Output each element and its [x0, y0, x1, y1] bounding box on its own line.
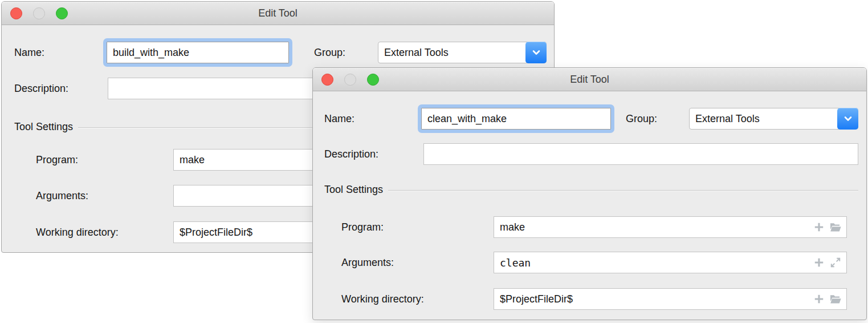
arguments-value: clean: [500, 257, 813, 269]
arguments-label: Arguments:: [341, 252, 394, 273]
window-title: Edit Tool: [2, 2, 554, 25]
zoom-button[interactable]: [367, 74, 379, 86]
insert-macro-plus-icon[interactable]: [813, 293, 825, 305]
working-directory-label: Working directory:: [341, 288, 424, 310]
tool-settings-label: Tool Settings: [324, 184, 383, 196]
insert-macro-plus-icon[interactable]: [813, 256, 825, 269]
name-input[interactable]: clean_with_make: [421, 108, 611, 130]
group-selected-value: External Tools: [695, 108, 834, 129]
insert-macro-plus-icon[interactable]: [813, 221, 825, 233]
name-label: Name:: [324, 108, 354, 130]
tool-settings-section: Tool Settings: [324, 182, 858, 197]
group-label: Group:: [626, 108, 657, 130]
group-select[interactable]: External Tools: [378, 42, 547, 63]
description-label: Description:: [324, 143, 378, 165]
group-label: Group:: [314, 42, 345, 63]
description-input[interactable]: [423, 143, 858, 165]
name-input-focus-ring: clean_with_make: [418, 104, 614, 133]
name-input[interactable]: build_with_make: [107, 42, 289, 63]
program-input[interactable]: make: [494, 216, 847, 238]
close-button[interactable]: [10, 7, 22, 19]
group-select[interactable]: External Tools: [689, 108, 858, 130]
minimize-button: [33, 7, 45, 19]
group-selected-value: External Tools: [384, 42, 522, 63]
open-folder-icon[interactable]: [829, 221, 842, 233]
program-label: Program:: [341, 216, 384, 238]
expand-field-icon[interactable]: [829, 256, 842, 269]
traffic-lights: [10, 2, 68, 25]
working-directory-value: $ProjectFileDir$: [500, 293, 813, 305]
titlebar[interactable]: Edit Tool: [2, 2, 554, 25]
open-folder-icon[interactable]: [829, 293, 842, 305]
program-label: Program:: [36, 149, 78, 171]
titlebar[interactable]: Edit Tool: [313, 68, 866, 91]
arguments-input[interactable]: clean: [494, 252, 847, 273]
group-dropdown-button[interactable]: [837, 108, 858, 130]
working-directory-label: Working directory:: [36, 221, 119, 243]
zoom-button[interactable]: [56, 7, 68, 19]
name-input-focus-ring: build_with_make: [103, 38, 292, 67]
edit-tool-dialog-clean: Edit Tool Name: clean_with_make Group: E…: [312, 67, 867, 320]
description-label: Description:: [14, 78, 68, 99]
arguments-label: Arguments:: [36, 185, 88, 207]
window-title: Edit Tool: [313, 68, 866, 91]
traffic-lights: [321, 68, 379, 91]
chevron-down-icon: [843, 114, 853, 124]
tool-settings-label: Tool Settings: [14, 121, 73, 133]
group-dropdown-button[interactable]: [525, 42, 547, 63]
chevron-down-icon: [531, 47, 541, 58]
name-label: Name:: [14, 42, 44, 63]
minimize-button: [344, 74, 356, 86]
close-button[interactable]: [321, 74, 333, 86]
working-directory-input[interactable]: $ProjectFileDir$: [494, 288, 847, 310]
program-value: make: [500, 221, 813, 233]
section-separator: [388, 190, 858, 191]
